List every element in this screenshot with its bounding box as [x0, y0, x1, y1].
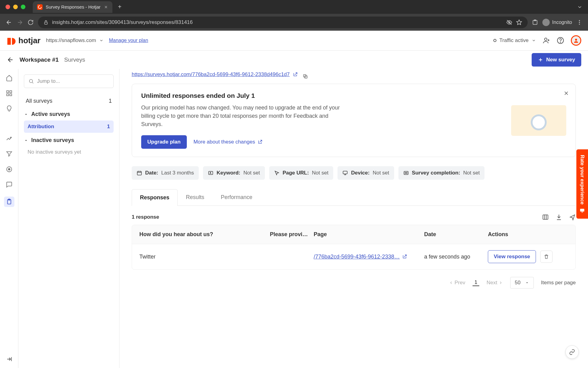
pager-prev[interactable]: Prev: [449, 280, 465, 286]
search-icon: [28, 79, 34, 84]
svg-rect-29: [580, 209, 584, 212]
window-controls[interactable]: [6, 5, 25, 9]
filter-value: Not set: [243, 170, 260, 176]
back-arrow[interactable]: [7, 56, 14, 63]
filter-label: Date:: [145, 170, 158, 176]
nav-dashboard-icon[interactable]: [6, 90, 13, 97]
help-button[interactable]: [557, 37, 564, 44]
columns-button[interactable]: [542, 214, 549, 220]
cell-date: a few seconds ago: [424, 254, 484, 260]
svg-rect-0: [44, 22, 47, 24]
all-surveys-label: All surveys: [26, 98, 52, 104]
filter-device[interactable]: Device: Not set: [337, 166, 394, 180]
eye-off-icon[interactable]: [506, 19, 512, 25]
cell-q1: Twitter: [139, 254, 266, 260]
filter-date[interactable]: Date: Last 3 months: [132, 166, 199, 180]
breadcrumb-surveys[interactable]: Surveys: [64, 56, 85, 63]
filter-page-url[interactable]: Page URL: Not set: [269, 166, 334, 180]
nav-surveys-icon[interactable]: [4, 197, 14, 207]
view-response-button[interactable]: View response: [488, 250, 536, 263]
nav-recordings-icon[interactable]: [6, 166, 13, 173]
reload-button[interactable]: [28, 19, 34, 25]
sidebar-item-attribution[interactable]: Attribution 1: [24, 121, 114, 133]
nav-feedback-icon[interactable]: [6, 181, 13, 188]
tab-results[interactable]: Results: [178, 189, 213, 205]
new-tab-button[interactable]: +: [115, 3, 125, 10]
pager-next[interactable]: Next: [487, 280, 503, 286]
feedback-tab-label: Rate your experience: [579, 155, 585, 205]
favicon-icon: [37, 4, 43, 10]
close-tab-icon[interactable]: [104, 5, 108, 9]
logo-text: hotjar: [18, 36, 40, 45]
svg-point-16: [8, 168, 10, 170]
chevron-down-icon: [99, 38, 104, 43]
nav-funnels-icon[interactable]: [6, 151, 13, 157]
delete-response-button[interactable]: [540, 251, 552, 263]
svg-point-26: [405, 173, 406, 174]
cursor-icon: [274, 170, 280, 176]
jump-to-input[interactable]: Jump to...: [24, 75, 114, 88]
back-button[interactable]: [6, 19, 12, 26]
logo[interactable]: ▮◗ hotjar: [7, 36, 40, 46]
menu-button[interactable]: [576, 19, 582, 25]
incognito-indicator[interactable]: Incognito: [542, 19, 572, 26]
filter-completion[interactable]: Survey completion: Not set: [398, 166, 485, 180]
traffic-status[interactable]: Traffic active: [493, 37, 536, 44]
filter-keyword[interactable]: Keyword: Not set: [203, 166, 265, 180]
traffic-status-icon: [493, 39, 496, 42]
tab-performance[interactable]: Performance: [213, 189, 261, 205]
prev-label: Prev: [454, 280, 465, 286]
nav-highlights-icon[interactable]: [6, 105, 13, 112]
items-per-page-select[interactable]: 50: [510, 277, 534, 289]
more-about-changes-link[interactable]: More about these changes: [194, 139, 262, 145]
svg-point-19: [29, 79, 33, 83]
svg-rect-28: [543, 215, 548, 220]
star-icon[interactable]: [516, 19, 522, 25]
more-link-label: More about these changes: [194, 139, 255, 145]
incognito-icon: [542, 19, 550, 26]
feedback-tab[interactable]: Rate your experience: [576, 149, 588, 219]
nav-home-icon[interactable]: [6, 75, 13, 81]
invite-user-button[interactable]: [543, 37, 550, 44]
browser-tab[interactable]: Survey Responses - Hotjar: [33, 1, 112, 13]
filter-label: Page URL:: [283, 170, 309, 176]
filter-value: Last 3 months: [161, 170, 194, 176]
minimize-window-icon[interactable]: [13, 5, 18, 9]
completion-icon: [403, 170, 409, 176]
close-window-icon[interactable]: [6, 5, 10, 9]
per-page-value: 50: [515, 280, 521, 286]
new-survey-button[interactable]: New survey: [532, 53, 582, 67]
download-button[interactable]: [556, 214, 562, 220]
sidebar-active-group[interactable]: Active surveys: [24, 107, 114, 121]
upgrade-notice: Unlimited responses ended on July 1 Our …: [132, 84, 576, 157]
address-bar[interactable]: insights.hotjar.com/sites/3090413/survey…: [38, 17, 528, 28]
nav-trends-icon[interactable]: [6, 135, 13, 142]
site-selector[interactable]: https://snapflows.com: [46, 37, 103, 44]
tab-responses[interactable]: Responses: [132, 189, 178, 206]
workspace-name[interactable]: Workspace #1: [20, 56, 58, 63]
sidebar-inactive-group[interactable]: Inactive surveys: [24, 133, 114, 147]
response-count: 1 response: [132, 214, 159, 220]
share-button[interactable]: [569, 214, 576, 220]
svg-point-7: [545, 38, 547, 40]
extensions-icon[interactable]: [532, 19, 538, 25]
per-page-label: Items per page: [541, 280, 576, 286]
svg-rect-13: [6, 94, 8, 96]
copy-link-button[interactable]: [303, 74, 308, 79]
filter-value: Not set: [463, 170, 480, 176]
maximize-window-icon[interactable]: [21, 5, 25, 9]
manage-plan-link[interactable]: Manage your plan: [109, 38, 148, 43]
copy-link-fab[interactable]: [565, 345, 579, 359]
notice-close-button[interactable]: [563, 90, 569, 96]
tabs-menu-icon[interactable]: [577, 4, 582, 10]
survey-public-link[interactable]: https://surveys.hotjar.com/776ba2cd-5699…: [132, 71, 298, 78]
avatar[interactable]: [571, 35, 581, 46]
col-question-1: How did you hear about us?: [139, 231, 266, 238]
site-url: https://snapflows.com: [46, 37, 96, 44]
upgrade-plan-button[interactable]: Upgrade plan: [141, 135, 187, 149]
external-link-icon: [293, 72, 298, 77]
svg-point-27: [406, 173, 407, 174]
expand-sidebar-icon[interactable]: [6, 356, 13, 362]
cell-page-link[interactable]: /776ba2cd-5699-43f6-9612-2338…: [314, 254, 420, 260]
sidebar-all-surveys[interactable]: All surveys 1: [24, 95, 114, 107]
